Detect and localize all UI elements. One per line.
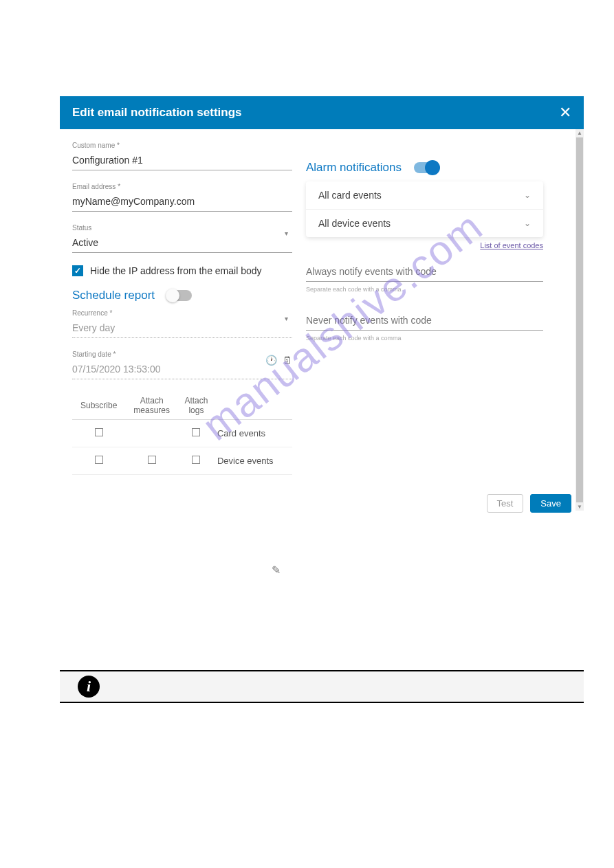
col-logs: Attach logs (178, 392, 215, 420)
custom-name-field: Custom name * (72, 142, 292, 170)
recurrence-select[interactable] (72, 318, 292, 338)
schedule-section-header: Schedule report (72, 289, 292, 302)
alarm-toggle[interactable] (414, 162, 439, 173)
email-field: Email address * (72, 183, 292, 212)
checkbox[interactable] (95, 456, 103, 464)
recurrence-label: Recurrence * (72, 309, 292, 317)
calendar-icon[interactable]: 🗓 (283, 355, 292, 366)
schedule-toggle[interactable] (167, 290, 192, 301)
chevron-down-icon[interactable]: ▾ (285, 315, 288, 322)
dialog-footer: Test Save (60, 494, 584, 522)
subscription-table: Subscribe Attach measures Attach logs Ca… (72, 392, 292, 475)
scrollbar-down-icon[interactable]: ▼ (577, 504, 582, 510)
accordion-item-card[interactable]: All card events ⌄ (306, 181, 543, 210)
checkbox[interactable] (192, 456, 200, 464)
scrollbar[interactable]: ▲ ▼ (575, 129, 584, 511)
alarm-section-header: Alarm notifications (306, 161, 543, 175)
checkbox[interactable] (148, 456, 156, 464)
checkbox[interactable] (192, 428, 200, 436)
event-codes-link[interactable]: List of event codes (306, 241, 543, 249)
table-row: Device events (72, 447, 292, 475)
close-icon[interactable]: ✕ (559, 105, 571, 120)
custom-name-label: Custom name * (72, 142, 292, 149)
chevron-down-icon[interactable]: ▾ (285, 230, 288, 237)
dialog-header: Edit email notification settings ✕ (60, 96, 584, 129)
scrollbar-up-icon[interactable]: ▲ (577, 130, 582, 136)
row-label: Card events (215, 420, 292, 447)
pencil-icon[interactable]: ✎ (272, 564, 281, 577)
custom-name-input[interactable] (72, 151, 292, 170)
schedule-title: Schedule report (72, 289, 155, 302)
status-select[interactable] (72, 233, 292, 253)
row-label: Device events (215, 447, 292, 475)
dialog-container: Edit email notification settings ✕ ▲ ▼ C… (60, 96, 584, 522)
email-input[interactable] (72, 192, 292, 212)
hide-ip-row[interactable]: ✓ Hide the IP address from the email bod… (72, 265, 292, 276)
email-label: Email address * (72, 183, 292, 190)
dialog-title: Edit email notification settings (72, 106, 242, 120)
status-field: Status ▾ (72, 224, 292, 253)
accordion-item-device[interactable]: All device events ⌄ (306, 210, 543, 237)
start-date-input[interactable] (72, 359, 292, 379)
alarm-accordion: All card events ⌄ All device events ⌄ (306, 181, 543, 237)
checkbox[interactable] (95, 428, 103, 436)
start-date-field: Starting date * 🕐 🗓 (72, 350, 292, 379)
chevron-down-icon: ⌄ (524, 190, 531, 200)
clock-icon[interactable]: 🕐 (265, 355, 277, 366)
accordion-label: All card events (318, 190, 382, 201)
scrollbar-thumb[interactable] (576, 137, 583, 502)
table-row: Card events (72, 420, 292, 447)
start-date-label: Starting date * (72, 350, 292, 358)
left-column: Custom name * Email address * Status ▾ ✓… (72, 142, 306, 475)
dialog-body: ▲ ▼ Custom name * Email address * Status… (60, 129, 584, 475)
col-subscribe: Subscribe (72, 392, 125, 420)
accordion-label: All device events (318, 218, 391, 229)
col-measures: Attach measures (125, 392, 178, 420)
recurrence-field: Recurrence * ▾ (72, 309, 292, 338)
hide-ip-checkbox[interactable]: ✓ (72, 265, 83, 276)
save-button[interactable]: Save (530, 494, 571, 513)
chevron-down-icon: ⌄ (524, 219, 531, 228)
table-header-row: Subscribe Attach measures Attach logs (72, 392, 292, 420)
hide-ip-label: Hide the IP address from the email body (90, 265, 262, 276)
never-notify-input[interactable] (306, 311, 543, 331)
never-hint: Separate each code with a comma (306, 335, 543, 342)
info-bar: i (60, 670, 584, 703)
always-hint: Separate each code with a comma (306, 286, 543, 293)
test-button[interactable]: Test (487, 494, 524, 513)
status-label: Status (72, 224, 292, 232)
alarm-title: Alarm notifications (306, 161, 402, 175)
right-column: Alarm notifications All card events ⌄ Al… (306, 142, 543, 475)
always-notify-input[interactable] (306, 262, 543, 282)
info-icon: i (78, 676, 100, 698)
date-icons: 🕐 🗓 (265, 355, 292, 366)
